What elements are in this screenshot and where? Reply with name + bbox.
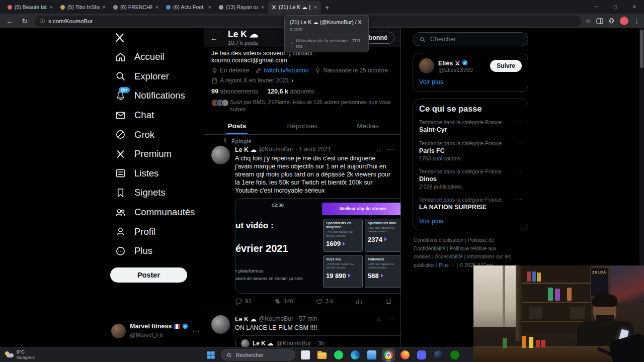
share-icon[interactable] xyxy=(399,298,401,305)
weather-widget[interactable]: 9°C Nuageux xyxy=(0,349,40,360)
sidebar-item-premium[interactable]: Premium xyxy=(110,144,202,164)
browser-tab-1[interactable]: (5) Beauté fatale × xyxy=(4,1,57,14)
bookmark-post-icon[interactable] xyxy=(385,298,392,305)
tab-media[interactable]: Médias xyxy=(335,117,400,134)
trend-item[interactable]: Tendance dans la catégorie France Dinos … xyxy=(413,165,528,193)
post-analytics-icon[interactable] xyxy=(376,316,382,322)
search-input[interactable] xyxy=(430,36,506,43)
browser-tab-active[interactable]: (21) Le K ☁ (@ × xyxy=(268,1,321,14)
x-logo-icon[interactable] xyxy=(114,32,202,45)
browser-tab-2[interactable]: (5) Tibo InShape × xyxy=(57,1,110,14)
like-button[interactable]: 3 k xyxy=(315,298,333,305)
quoted-post[interactable]: Le K ☁ @KoumoBur · 3h LIVE LANCÉ RETOUR … xyxy=(235,335,401,347)
taskbar-search-input[interactable] xyxy=(236,352,286,358)
extensions-icon[interactable] xyxy=(608,18,615,24)
tab-close-icon[interactable]: × xyxy=(155,4,159,10)
post-more-icon[interactable]: ··· xyxy=(387,146,393,153)
taskbar-app-steam[interactable] xyxy=(432,348,445,361)
back-icon[interactable]: ← xyxy=(4,17,15,25)
following-stat[interactable]: 99 abonnements xyxy=(211,88,258,95)
site-info-icon[interactable]: ⓘ xyxy=(40,18,45,25)
maximize-icon[interactable]: □ xyxy=(606,0,625,14)
tab-close-icon[interactable]: × xyxy=(49,4,53,10)
taskbar-search[interactable] xyxy=(221,349,295,360)
footer-link[interactable]: Conditions d'utilisation xyxy=(414,237,463,243)
trend-more-icon[interactable]: ··· xyxy=(515,119,522,125)
taskbar-app-discord[interactable] xyxy=(415,348,428,361)
sidebar-item-lists[interactable]: Listes xyxy=(110,164,202,184)
see-more-link[interactable]: Voir plus xyxy=(419,78,522,85)
footer-link[interactable]: Plus xyxy=(439,262,448,268)
side-panel-icon[interactable] xyxy=(596,18,603,24)
tab-close-icon[interactable]: × xyxy=(208,4,212,10)
post-more-icon[interactable]: ··· xyxy=(387,315,393,322)
trend-more-icon[interactable]: ··· xyxy=(515,197,522,202)
taskbar-app-file-explorer[interactable] xyxy=(315,348,329,361)
post-author-name[interactable]: Le K ☁ xyxy=(235,315,257,323)
taskbar-app-firefox[interactable] xyxy=(398,348,412,361)
post-author-avatar[interactable] xyxy=(211,315,230,334)
post-button[interactable]: Poster xyxy=(110,267,187,283)
sidebar-item-notifications[interactable]: 20+ Notifications xyxy=(110,86,202,106)
follow-button[interactable]: Suivre xyxy=(490,60,522,72)
footer-link[interactable]: Accessibilité xyxy=(435,254,463,259)
views-button[interactable] xyxy=(355,298,363,305)
tab-posts[interactable]: Posts xyxy=(204,117,270,134)
taskbar-app-xbox[interactable] xyxy=(448,348,461,361)
tab-close-icon[interactable]: × xyxy=(261,4,265,10)
suggestion-name[interactable]: Eliès ⚔ xyxy=(438,59,460,67)
sidebar-item-more[interactable]: Plus xyxy=(110,241,202,261)
post-media[interactable]: 02:38 ut vidéo : évrier 2021 r plateform… xyxy=(235,198,401,294)
footer-more-icon[interactable]: ··· xyxy=(450,262,455,268)
post-author-avatar[interactable] xyxy=(211,146,230,164)
browser-tab-4[interactable]: (6) Actu Foot su × xyxy=(163,1,215,14)
refresh-icon[interactable]: ↻ xyxy=(19,17,30,25)
sidebar-item-explore[interactable]: Explorer xyxy=(110,67,202,86)
see-more-trends-link[interactable]: Voir plus xyxy=(413,214,528,229)
post-author-handle[interactable]: @KoumoBur xyxy=(259,315,293,322)
taskbar-app-spotify[interactable] xyxy=(332,348,345,361)
sidebar-item-communities[interactable]: Communautés xyxy=(110,203,202,222)
tab-close-icon[interactable]: × xyxy=(102,4,106,10)
taskbar-app-mail[interactable] xyxy=(365,348,378,361)
sidebar-item-grok[interactable]: Grok xyxy=(110,125,202,144)
trend-more-icon[interactable]: ··· xyxy=(515,140,522,146)
tab-close-icon[interactable]: × xyxy=(313,4,317,10)
browser-tab-3[interactable]: (6) FRENCHRAP × xyxy=(110,1,163,14)
followers-stat[interactable]: 120,6 k abonnés xyxy=(267,88,314,95)
post-analytics-icon[interactable] xyxy=(376,146,382,153)
new-tab-button[interactable]: + xyxy=(321,2,333,14)
tab-replies[interactable]: Réponses xyxy=(270,117,335,134)
post-author-name[interactable]: Le K ☁ xyxy=(235,146,257,153)
browser-menu-icon[interactable]: ⋮ xyxy=(633,17,640,25)
taskbar-app-chrome[interactable] xyxy=(382,348,395,361)
taskbar-app-edge[interactable] xyxy=(349,348,362,361)
trend-more-icon[interactable]: ··· xyxy=(515,168,522,174)
taskbar-app-notes[interactable] xyxy=(299,348,312,361)
browser-profile-avatar[interactable] xyxy=(620,17,628,25)
start-button[interactable] xyxy=(204,348,217,361)
close-window-icon[interactable]: × xyxy=(625,0,644,14)
reply-button[interactable]: 93 xyxy=(235,298,252,305)
account-more-icon[interactable]: ··· xyxy=(192,327,200,334)
scrollbar-thumb[interactable] xyxy=(640,30,643,68)
profile-website-link[interactable]: twitch.tv/koumoo xyxy=(255,67,308,74)
repost-button[interactable]: 140 xyxy=(274,298,293,305)
back-arrow-icon[interactable]: ← xyxy=(210,34,218,42)
sidebar-item-chat[interactable]: Chat xyxy=(110,106,202,125)
sidebar-item-profile[interactable]: Profil xyxy=(110,222,202,241)
search-box[interactable] xyxy=(413,32,528,46)
trend-item[interactable]: Tendance dans la catégorie France Saint-… xyxy=(413,116,528,137)
sidebar-item-bookmarks[interactable]: Signets xyxy=(110,183,202,203)
trend-item[interactable]: Tendance dans la catégorie France Paris … xyxy=(413,137,528,165)
second-post[interactable]: Le K ☁ @KoumoBur · 57 min ··· ON LANCE L… xyxy=(204,310,400,347)
browser-tab-5[interactable]: (13) Rayan oz su × xyxy=(215,1,268,14)
post-author-handle[interactable]: @KoumoBur xyxy=(259,146,293,153)
suggestion-avatar[interactable] xyxy=(419,58,434,73)
profile-joined[interactable]: A rejoint X en février 2021 › xyxy=(211,77,293,84)
account-switcher[interactable]: Marvel fitness @Marvel_Fit ··· xyxy=(111,323,200,339)
minimize-icon[interactable]: ─ xyxy=(587,0,606,14)
sidebar-item-home[interactable]: Accueil xyxy=(110,47,202,67)
bookmark-star-icon[interactable]: ☆ xyxy=(585,17,591,25)
trend-item[interactable]: Tendance dans la catégorie France LA NAT… xyxy=(413,193,528,214)
